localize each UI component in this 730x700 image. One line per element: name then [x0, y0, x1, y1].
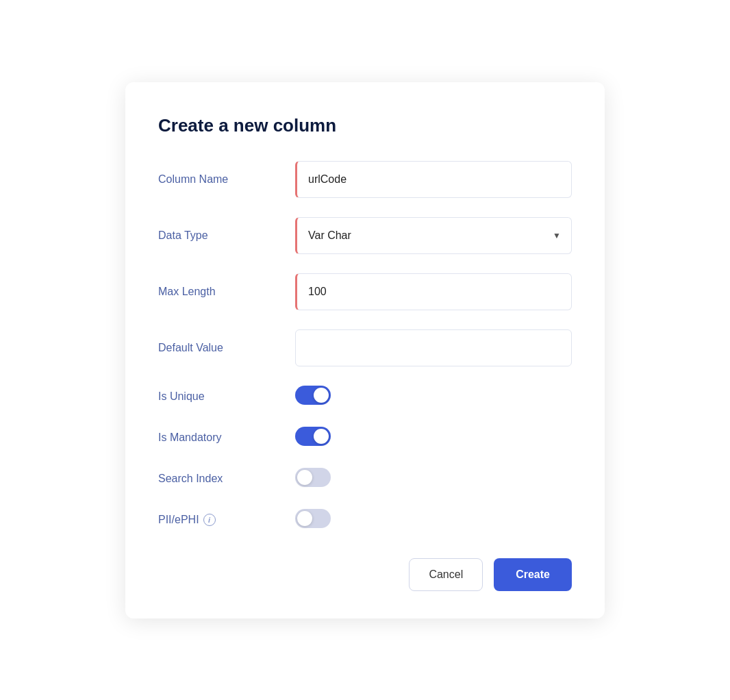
max-length-row: Max Length [158, 273, 572, 310]
is-unique-thumb [314, 388, 329, 403]
max-length-input[interactable] [295, 273, 572, 310]
search-index-toggle[interactable] [295, 468, 331, 487]
max-length-label: Max Length [158, 286, 295, 298]
default-value-label: Default Value [158, 342, 295, 354]
is-unique-label: Is Unique [158, 390, 295, 403]
is-unique-control [295, 386, 572, 408]
is-unique-row: Is Unique [158, 386, 572, 408]
pii-ephi-thumb [297, 511, 312, 526]
max-length-control [295, 273, 572, 310]
data-type-label: Data Type [158, 229, 295, 242]
dialog-footer: Cancel Create [158, 558, 572, 591]
create-column-dialog: Create a new column Column Name Data Typ… [125, 82, 605, 618]
column-name-row: Column Name [158, 161, 572, 198]
default-value-control [295, 329, 572, 366]
column-name-label: Column Name [158, 173, 295, 186]
default-value-row: Default Value [158, 329, 572, 366]
pii-ephi-label: PII/ePHI i [158, 514, 295, 526]
default-value-input[interactable] [295, 329, 572, 366]
is-mandatory-toggle[interactable] [295, 427, 331, 446]
search-index-row: Search Index [158, 468, 572, 490]
data-type-select-wrapper: Var Char Integer Boolean Date Float Text… [295, 217, 572, 254]
cancel-button[interactable]: Cancel [409, 558, 483, 591]
pii-ephi-row: PII/ePHI i [158, 509, 572, 531]
info-icon[interactable]: i [203, 514, 216, 526]
search-index-thumb [297, 470, 312, 485]
is-mandatory-control [295, 427, 572, 449]
search-index-control [295, 468, 572, 490]
search-index-label: Search Index [158, 473, 295, 485]
pii-ephi-toggle[interactable] [295, 509, 331, 528]
is-mandatory-row: Is Mandatory [158, 427, 572, 449]
is-unique-toggle[interactable] [295, 386, 331, 405]
dialog-title: Create a new column [158, 115, 572, 136]
pii-ephi-control [295, 509, 572, 531]
data-type-select[interactable]: Var Char Integer Boolean Date Float Text [295, 217, 572, 254]
column-name-input[interactable] [295, 161, 572, 198]
is-mandatory-label: Is Mandatory [158, 432, 295, 444]
is-mandatory-thumb [314, 429, 329, 444]
data-type-row: Data Type Var Char Integer Boolean Date … [158, 217, 572, 254]
data-type-control: Var Char Integer Boolean Date Float Text… [295, 217, 572, 254]
column-name-control [295, 161, 572, 198]
create-button[interactable]: Create [494, 558, 572, 591]
